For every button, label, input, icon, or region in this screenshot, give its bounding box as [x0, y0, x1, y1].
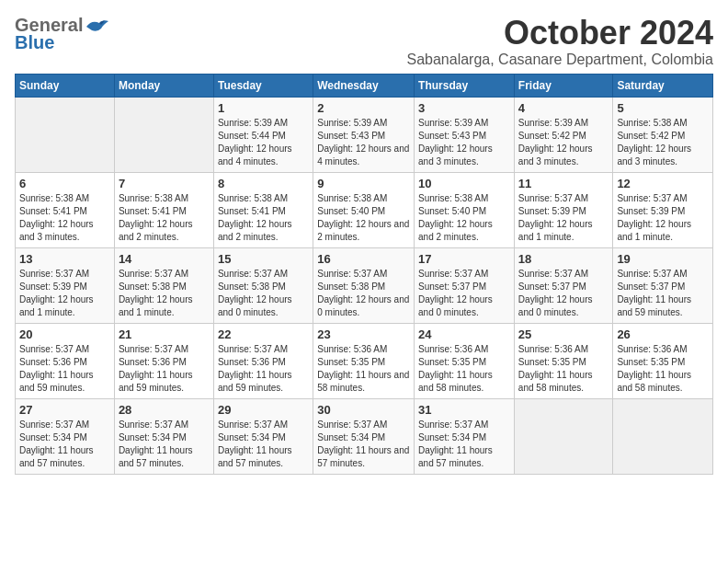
day-info: Sunrise: 5:37 AM Sunset: 5:34 PM Dayligh… [418, 419, 510, 470]
calendar-week-row: 27Sunrise: 5:37 AM Sunset: 5:34 PM Dayli… [16, 398, 713, 474]
calendar-cell: 25Sunrise: 5:36 AM Sunset: 5:35 PM Dayli… [514, 323, 613, 398]
day-number: 30 [317, 403, 410, 417]
weekday-header-tuesday: Tuesday [213, 74, 313, 97]
calendar-cell: 15Sunrise: 5:37 AM Sunset: 5:38 PM Dayli… [213, 247, 313, 323]
day-info: Sunrise: 5:37 AM Sunset: 5:39 PM Dayligh… [518, 192, 609, 244]
day-info: Sunrise: 5:38 AM Sunset: 5:41 PM Dayligh… [119, 192, 210, 244]
day-number: 6 [19, 177, 110, 190]
calendar-cell: 21Sunrise: 5:37 AM Sunset: 5:36 PM Dayli… [114, 323, 213, 398]
day-info: Sunrise: 5:36 AM Sunset: 5:35 PM Dayligh… [317, 343, 410, 395]
day-info: Sunrise: 5:36 AM Sunset: 5:35 PM Dayligh… [518, 343, 609, 395]
logo-bird-icon [85, 17, 108, 34]
weekday-header-friday: Friday [514, 74, 613, 97]
calendar-cell: 10Sunrise: 5:38 AM Sunset: 5:40 PM Dayli… [415, 172, 515, 247]
day-number: 28 [119, 403, 210, 417]
calendar-cell: 6Sunrise: 5:38 AM Sunset: 5:41 PM Daylig… [16, 172, 115, 247]
calendar-cell: 20Sunrise: 5:37 AM Sunset: 5:36 PM Dayli… [16, 323, 115, 398]
day-number: 21 [119, 327, 210, 341]
weekday-header-saturday: Saturday [613, 74, 713, 97]
day-info: Sunrise: 5:37 AM Sunset: 5:37 PM Dayligh… [518, 268, 609, 319]
day-number: 9 [317, 177, 410, 190]
calendar-cell: 31Sunrise: 5:37 AM Sunset: 5:34 PM Dayli… [415, 398, 515, 474]
day-number: 29 [218, 403, 309, 417]
calendar-cell: 19Sunrise: 5:37 AM Sunset: 5:37 PM Dayli… [613, 247, 713, 323]
calendar-cell [16, 97, 115, 172]
calendar-cell: 24Sunrise: 5:36 AM Sunset: 5:35 PM Dayli… [415, 323, 515, 398]
calendar-cell: 18Sunrise: 5:37 AM Sunset: 5:37 PM Dayli… [514, 247, 613, 323]
day-number: 14 [119, 252, 210, 266]
day-number: 24 [418, 327, 510, 341]
day-number: 31 [418, 403, 510, 417]
day-number: 25 [518, 327, 609, 341]
title-area: October 2024 Sabanalarga, Casanare Depar… [406, 15, 713, 68]
day-number: 22 [218, 327, 309, 341]
calendar-week-row: 20Sunrise: 5:37 AM Sunset: 5:36 PM Dayli… [16, 323, 713, 398]
calendar-week-row: 6Sunrise: 5:38 AM Sunset: 5:41 PM Daylig… [16, 172, 713, 247]
day-info: Sunrise: 5:37 AM Sunset: 5:36 PM Dayligh… [218, 343, 309, 395]
calendar-cell: 29Sunrise: 5:37 AM Sunset: 5:34 PM Dayli… [213, 398, 313, 474]
day-info: Sunrise: 5:38 AM Sunset: 5:41 PM Dayligh… [19, 192, 110, 244]
logo-blue-text: Blue [15, 32, 54, 53]
calendar-cell: 9Sunrise: 5:38 AM Sunset: 5:40 PM Daylig… [313, 172, 415, 247]
day-info: Sunrise: 5:38 AM Sunset: 5:40 PM Dayligh… [317, 192, 410, 244]
calendar-week-row: 1Sunrise: 5:39 AM Sunset: 5:44 PM Daylig… [16, 97, 713, 172]
day-info: Sunrise: 5:39 AM Sunset: 5:43 PM Dayligh… [418, 117, 510, 168]
day-info: Sunrise: 5:36 AM Sunset: 5:35 PM Dayligh… [617, 343, 709, 395]
calendar-cell: 13Sunrise: 5:37 AM Sunset: 5:39 PM Dayli… [16, 247, 115, 323]
calendar-header-row: SundayMondayTuesdayWednesdayThursdayFrid… [16, 74, 713, 97]
day-number: 7 [119, 177, 210, 190]
day-number: 5 [617, 101, 709, 115]
day-info: Sunrise: 5:37 AM Sunset: 5:37 PM Dayligh… [418, 268, 510, 319]
calendar-cell: 23Sunrise: 5:36 AM Sunset: 5:35 PM Dayli… [313, 323, 415, 398]
day-info: Sunrise: 5:37 AM Sunset: 5:38 PM Dayligh… [317, 268, 410, 319]
day-info: Sunrise: 5:37 AM Sunset: 5:36 PM Dayligh… [19, 343, 110, 395]
calendar-cell: 3Sunrise: 5:39 AM Sunset: 5:43 PM Daylig… [415, 97, 515, 172]
day-number: 3 [418, 101, 510, 115]
weekday-header-thursday: Thursday [415, 74, 515, 97]
day-info: Sunrise: 5:37 AM Sunset: 5:34 PM Dayligh… [317, 419, 410, 470]
page-header: General Blue October 2024 Sabanalarga, C… [15, 15, 713, 68]
day-info: Sunrise: 5:38 AM Sunset: 5:40 PM Dayligh… [418, 192, 510, 244]
day-number: 18 [518, 252, 609, 266]
day-info: Sunrise: 5:38 AM Sunset: 5:41 PM Dayligh… [218, 192, 309, 244]
day-number: 17 [418, 252, 510, 266]
day-number: 26 [617, 327, 709, 341]
day-info: Sunrise: 5:37 AM Sunset: 5:34 PM Dayligh… [119, 419, 210, 470]
calendar-cell: 28Sunrise: 5:37 AM Sunset: 5:34 PM Dayli… [114, 398, 213, 474]
calendar-cell: 22Sunrise: 5:37 AM Sunset: 5:36 PM Dayli… [213, 323, 313, 398]
day-info: Sunrise: 5:37 AM Sunset: 5:36 PM Dayligh… [119, 343, 210, 395]
calendar-cell: 11Sunrise: 5:37 AM Sunset: 5:39 PM Dayli… [514, 172, 613, 247]
day-number: 1 [218, 101, 309, 115]
calendar-cell [613, 398, 713, 474]
calendar-cell: 27Sunrise: 5:37 AM Sunset: 5:34 PM Dayli… [16, 398, 115, 474]
calendar-cell: 5Sunrise: 5:38 AM Sunset: 5:42 PM Daylig… [613, 97, 713, 172]
day-number: 11 [518, 177, 609, 190]
day-number: 20 [19, 327, 110, 341]
day-info: Sunrise: 5:38 AM Sunset: 5:42 PM Dayligh… [617, 117, 709, 168]
calendar-cell: 16Sunrise: 5:37 AM Sunset: 5:38 PM Dayli… [313, 247, 415, 323]
day-info: Sunrise: 5:37 AM Sunset: 5:38 PM Dayligh… [119, 268, 210, 319]
calendar-cell: 4Sunrise: 5:39 AM Sunset: 5:42 PM Daylig… [514, 97, 613, 172]
day-info: Sunrise: 5:37 AM Sunset: 5:39 PM Dayligh… [19, 268, 110, 319]
day-info: Sunrise: 5:37 AM Sunset: 5:34 PM Dayligh… [19, 419, 110, 470]
day-info: Sunrise: 5:37 AM Sunset: 5:34 PM Dayligh… [218, 419, 309, 470]
day-number: 8 [218, 177, 309, 190]
calendar-cell: 30Sunrise: 5:37 AM Sunset: 5:34 PM Dayli… [313, 398, 415, 474]
day-info: Sunrise: 5:36 AM Sunset: 5:35 PM Dayligh… [418, 343, 510, 395]
month-title: October 2024 [406, 15, 713, 52]
logo: General Blue [15, 15, 108, 53]
calendar-cell: 1Sunrise: 5:39 AM Sunset: 5:44 PM Daylig… [213, 97, 313, 172]
weekday-header-sunday: Sunday [16, 74, 115, 97]
day-info: Sunrise: 5:37 AM Sunset: 5:39 PM Dayligh… [617, 192, 709, 244]
calendar-table: SundayMondayTuesdayWednesdayThursdayFrid… [15, 74, 713, 475]
calendar-cell: 14Sunrise: 5:37 AM Sunset: 5:38 PM Dayli… [114, 247, 213, 323]
calendar-cell [114, 97, 213, 172]
calendar-cell: 8Sunrise: 5:38 AM Sunset: 5:41 PM Daylig… [213, 172, 313, 247]
calendar-cell: 2Sunrise: 5:39 AM Sunset: 5:43 PM Daylig… [313, 97, 415, 172]
day-number: 2 [317, 101, 410, 115]
location-subtitle: Sabanalarga, Casanare Department, Colomb… [406, 52, 713, 68]
day-number: 19 [617, 252, 709, 266]
day-info: Sunrise: 5:39 AM Sunset: 5:44 PM Dayligh… [218, 117, 309, 168]
calendar-cell [514, 398, 613, 474]
day-info: Sunrise: 5:39 AM Sunset: 5:43 PM Dayligh… [317, 117, 410, 168]
